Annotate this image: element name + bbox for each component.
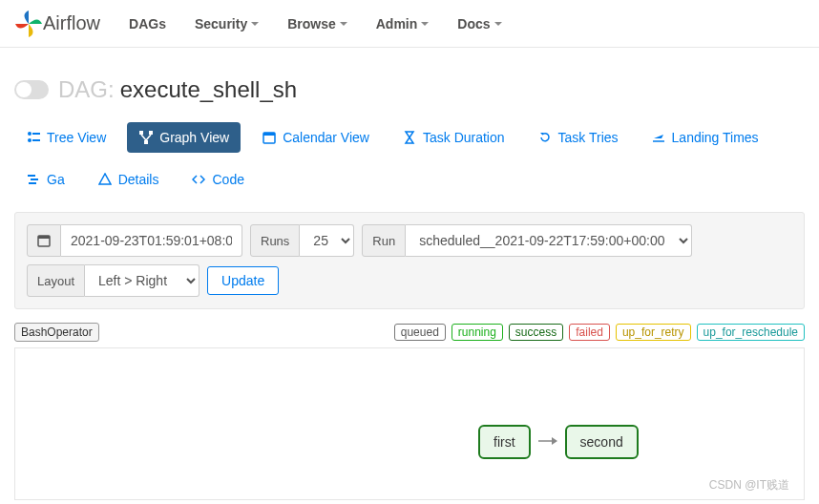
- tab-calendar-view[interactable]: Calendar View: [250, 122, 381, 153]
- landing-icon: [651, 130, 666, 145]
- svg-rect-11: [29, 182, 36, 184]
- legend-up-for-retry[interactable]: up_for_retry: [616, 324, 691, 341]
- status-legend: queued running success failed up_for_ret…: [394, 324, 805, 341]
- nav-docs[interactable]: Docs: [457, 16, 501, 32]
- legend-success[interactable]: success: [509, 324, 563, 341]
- run-select[interactable]: scheduled__2021-09-22T17:59:00+00:00: [406, 224, 692, 257]
- svg-rect-8: [263, 133, 275, 136]
- svg-point-2: [28, 138, 32, 142]
- graph-canvas[interactable]: first second CSDN @IT贱道: [14, 347, 805, 500]
- nav-browse[interactable]: Browse: [287, 16, 347, 32]
- airflow-logo[interactable]: Airflow: [14, 10, 100, 38]
- legend-up-for-reschedule[interactable]: up_for_reschedule: [697, 324, 805, 341]
- execution-date-field[interactable]: [27, 224, 242, 257]
- svg-rect-5: [149, 131, 153, 135]
- nav-dags[interactable]: DAGs: [129, 16, 166, 32]
- details-icon: [97, 172, 113, 187]
- task-node-second[interactable]: second: [565, 425, 639, 459]
- nav-admin[interactable]: Admin: [376, 16, 430, 32]
- run-label: Run: [362, 224, 406, 257]
- svg-rect-1: [32, 133, 40, 135]
- retry-icon: [537, 130, 553, 145]
- chevron-down-icon: [340, 22, 347, 26]
- operator-badge[interactable]: BashOperator: [14, 323, 99, 342]
- controls-panel: Runs 25 Run scheduled__2021-09-22T17:59:…: [14, 212, 805, 309]
- arrow-icon: [538, 434, 557, 450]
- task-node-first[interactable]: first: [478, 425, 531, 459]
- brand-text: Airflow: [43, 12, 100, 34]
- gantt-icon: [26, 172, 41, 187]
- tab-landing-times[interactable]: Landing Times: [640, 122, 770, 153]
- nav-security[interactable]: Security: [195, 16, 259, 32]
- tab-task-tries[interactable]: Task Tries: [526, 122, 630, 153]
- tab-code[interactable]: Code: [179, 164, 255, 195]
- code-icon: [191, 172, 206, 187]
- svg-rect-10: [31, 178, 38, 180]
- tab-task-duration[interactable]: Task Duration: [390, 122, 516, 153]
- dag-label: DAG:: [58, 76, 115, 103]
- svg-rect-13: [38, 236, 50, 239]
- tab-details[interactable]: Details: [86, 164, 171, 195]
- update-button[interactable]: Update: [207, 266, 279, 295]
- dag-name: execute_shell_sh: [120, 76, 297, 103]
- svg-rect-4: [139, 131, 143, 135]
- runs-label: Runs: [250, 224, 300, 257]
- calendar-icon: [262, 130, 277, 145]
- chevron-down-icon: [421, 22, 429, 26]
- tab-graph-view[interactable]: Graph View: [127, 122, 241, 153]
- svg-rect-3: [32, 139, 40, 141]
- legend-running[interactable]: running: [452, 324, 503, 341]
- svg-rect-6: [144, 140, 148, 144]
- layout-label: Layout: [27, 264, 85, 297]
- runs-select[interactable]: 25: [300, 224, 354, 257]
- watermark: CSDN @IT贱道: [709, 477, 789, 494]
- calendar-icon: [27, 224, 61, 257]
- svg-rect-9: [28, 175, 35, 177]
- chevron-down-icon: [494, 22, 502, 26]
- dag-pause-toggle[interactable]: [14, 80, 49, 99]
- legend-failed[interactable]: failed: [569, 324, 610, 341]
- svg-point-0: [28, 132, 32, 136]
- legend-queued[interactable]: queued: [394, 324, 446, 341]
- tree-icon: [26, 130, 41, 145]
- pinwheel-icon: [14, 10, 43, 38]
- layout-select[interactable]: Left > Right: [85, 264, 200, 297]
- execution-date-input[interactable]: [61, 224, 242, 257]
- tab-tree-view[interactable]: Tree View: [14, 122, 117, 153]
- chevron-down-icon: [251, 22, 259, 26]
- graph-icon: [138, 130, 154, 145]
- tab-gantt[interactable]: Ga: [14, 164, 76, 195]
- hourglass-icon: [402, 130, 417, 145]
